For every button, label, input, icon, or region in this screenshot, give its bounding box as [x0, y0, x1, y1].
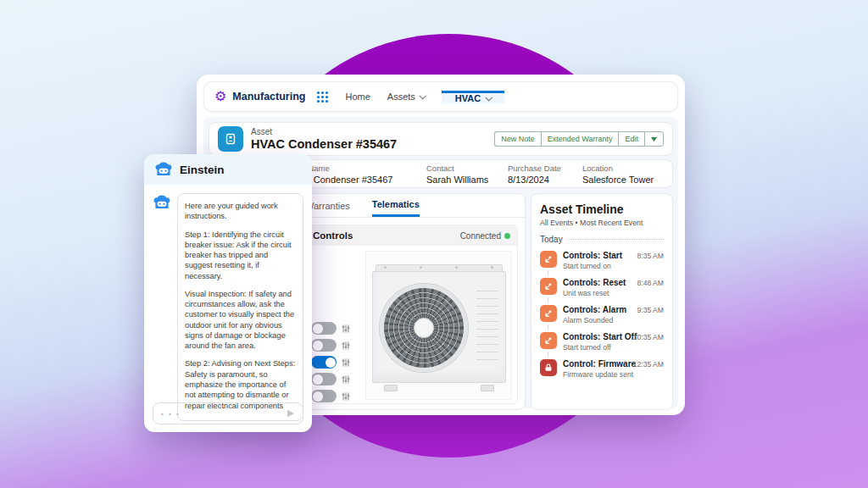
telemetry-icon [540, 251, 557, 268]
control-toggle-4[interactable] [311, 373, 337, 385]
more-actions-dropdown-button[interactable] [644, 131, 664, 147]
toggle-row [311, 390, 360, 402]
setup-gear-icon[interactable]: ⚙ [214, 90, 226, 103]
nav-tab-hvac-active[interactable]: HVAC [442, 91, 504, 103]
toggle-row [311, 356, 360, 369]
controls-header: Controls Connected [306, 225, 517, 246]
condenser-fan [380, 284, 468, 372]
einstein-panel: Einstein Here are your guided work instr… [144, 154, 312, 432]
timeline-event-list: Controls: StartStart turned on 8:35 AM C… [540, 251, 664, 379]
tab-telematics[interactable]: Telematics [372, 194, 420, 217]
timeline-event[interactable]: Controls: Start OffStart turned off 10:3… [540, 332, 664, 352]
control-toggle-1[interactable] [311, 322, 337, 335]
input-placeholder: • • • [161, 410, 181, 418]
sliders-icon[interactable] [342, 341, 350, 350]
timeline-filter-summary: All Events • Most Recent Event [540, 219, 664, 227]
controls-title: Controls [313, 230, 353, 241]
toggle-row [311, 322, 360, 335]
extended-warranty-button[interactable]: Extended Warranty [541, 131, 619, 147]
chevron-down-icon [486, 94, 492, 101]
timeline-event[interactable]: Controls: StartStart turned on 8:35 AM [540, 251, 664, 270]
field-purchase-date: Purchase Date 8/13/2024 [508, 164, 582, 185]
nav-left: ⚙ Manufacturing Home Assets HVAC [204, 82, 504, 111]
einstein-message-bubble: Here are your guided work instructions. … [177, 193, 303, 421]
einstein-title: Einstein [180, 164, 225, 176]
controls-card: Controls Connected [305, 225, 518, 404]
chevron-down-icon [419, 92, 426, 99]
controls-toggle-list [311, 251, 360, 400]
einstein-message-input[interactable]: • • • [153, 402, 303, 424]
einstein-header: Einstein [144, 154, 312, 185]
telemetry-icon [540, 305, 557, 322]
field-contact: Contact Sarah Williams [426, 164, 508, 185]
sliders-icon[interactable] [342, 375, 350, 384]
nav-item-assets[interactable]: Assets [387, 92, 425, 102]
telemetry-icon [540, 278, 557, 295]
einstein-avatar-icon [153, 193, 171, 212]
app-name: Manufacturing [232, 91, 305, 103]
global-navigation-bar: ⚙ Manufacturing Home Assets HVAC [203, 81, 678, 112]
toggle-row [311, 373, 360, 385]
record-tabs: Warranties Telematics [298, 194, 525, 218]
page-title: HVAC Condenser #35467 [251, 137, 397, 151]
asset-timeline-panel: Asset Timeline All Events • Most Recent … [531, 193, 673, 410]
condenser-louvers [476, 291, 498, 363]
einstein-mascot-icon [154, 160, 173, 179]
asset-object-icon [218, 126, 243, 152]
sliders-icon[interactable] [342, 358, 350, 367]
control-toggle-3[interactable] [311, 356, 337, 369]
sliders-icon[interactable] [342, 324, 350, 333]
timeline-event[interactable]: Controls: ResetUnit was reset 8:48 AM [540, 278, 664, 297]
timeline-title: Asset Timeline [540, 202, 664, 216]
entity-label: Asset [251, 127, 397, 136]
connected-status-dot [504, 233, 510, 239]
edit-button[interactable]: Edit [618, 131, 644, 147]
caret-down-icon [651, 137, 657, 141]
telematics-panel: Warranties Telematics Controls Connected [298, 193, 526, 410]
asset-record-header: Asset HVAC Condenser #35467 New Note Ext… [209, 122, 673, 156]
einstein-conversation: Here are your guided work instructions. … [144, 185, 312, 421]
connection-status: Connected [460, 231, 510, 241]
send-icon[interactable] [287, 409, 295, 418]
hvac-condenser-photo [365, 251, 512, 400]
toggle-row [311, 339, 360, 352]
field-location: Location Salesforce Tower [582, 164, 672, 185]
control-toggle-5[interactable] [311, 390, 337, 402]
nav-item-home[interactable]: Home [345, 92, 370, 102]
sliders-icon[interactable] [342, 392, 350, 401]
record-actions: New Note Extended Warranty Edit [494, 131, 664, 147]
hvac-condenser-illustration [372, 264, 506, 391]
timeline-group-today[interactable]: Today [540, 235, 664, 244]
timeline-event[interactable]: Control: FirmwareFirmware update sent 12… [540, 359, 664, 379]
new-note-button[interactable]: New Note [494, 131, 541, 147]
lock-icon [540, 359, 557, 376]
app-launcher-icon[interactable] [317, 92, 328, 103]
timeline-event[interactable]: Controls: AlarmAlarm Sounded 9:35 AM [540, 305, 664, 324]
telemetry-icon [540, 332, 557, 349]
control-toggle-2[interactable] [311, 339, 337, 352]
